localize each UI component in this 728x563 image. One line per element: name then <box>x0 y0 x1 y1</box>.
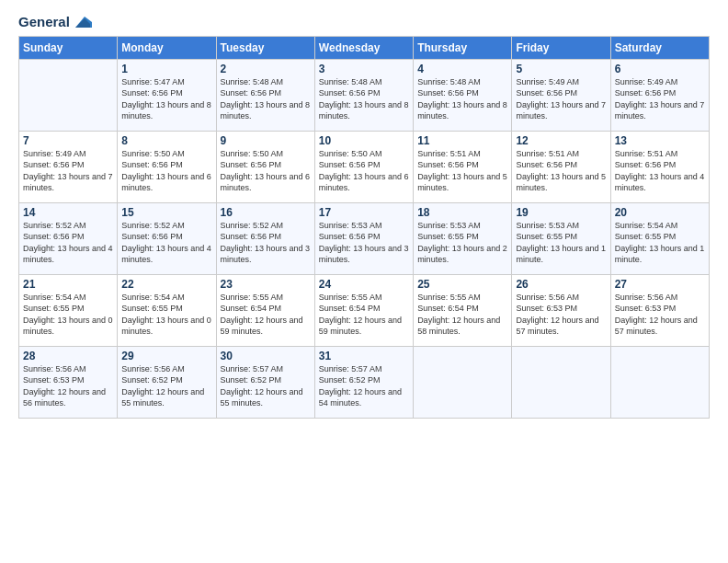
day-info: Sunrise: 5:56 AMSunset: 6:53 PMDaylight:… <box>23 363 113 409</box>
calendar-cell: 10Sunrise: 5:50 AMSunset: 6:56 PMDayligh… <box>314 131 413 202</box>
day-number: 8 <box>121 134 211 147</box>
day-number: 31 <box>319 350 409 362</box>
calendar-week-row: 21Sunrise: 5:54 AMSunset: 6:55 PMDayligh… <box>19 274 710 346</box>
daylight-text: Daylight: 13 hours and 8 minutes. <box>417 100 507 121</box>
day-info: Sunrise: 5:51 AMSunset: 6:56 PMDaylight:… <box>417 148 507 194</box>
day-number: 1 <box>121 63 211 75</box>
day-info: Sunrise: 5:49 AMSunset: 6:56 PMDaylight:… <box>516 76 606 122</box>
sunset-text: Sunset: 6:55 PM <box>417 232 479 241</box>
day-number: 21 <box>23 278 113 291</box>
day-number: 22 <box>121 278 211 291</box>
day-number: 14 <box>23 206 113 219</box>
daylight-text: Daylight: 13 hours and 6 minutes. <box>121 172 211 193</box>
sunrise-text: Sunrise: 5:57 AM <box>319 364 382 373</box>
day-info: Sunrise: 5:56 AMSunset: 6:53 PMDaylight:… <box>516 292 606 338</box>
sunset-text: Sunset: 6:54 PM <box>221 304 282 313</box>
sunrise-text: Sunrise: 5:54 AM <box>121 293 185 302</box>
daylight-text: Daylight: 13 hours and 3 minutes. <box>221 244 311 265</box>
calendar-cell: 16Sunrise: 5:52 AMSunset: 6:56 PMDayligh… <box>216 202 314 274</box>
day-number: 20 <box>615 206 705 219</box>
sunrise-text: Sunrise: 5:48 AM <box>221 77 284 86</box>
calendar-cell: 5Sunrise: 5:49 AMSunset: 6:56 PMDaylight… <box>512 59 610 131</box>
sunrise-text: Sunrise: 5:54 AM <box>23 293 86 302</box>
day-number: 2 <box>221 63 311 75</box>
day-info: Sunrise: 5:48 AMSunset: 6:56 PMDaylight:… <box>221 76 311 122</box>
calendar-cell: 8Sunrise: 5:50 AMSunset: 6:56 PMDaylight… <box>118 131 216 202</box>
daylight-text: Daylight: 12 hours and 56 minutes. <box>23 387 106 408</box>
logo-general: General <box>18 15 70 30</box>
sunrise-text: Sunrise: 5:51 AM <box>615 149 678 158</box>
sunrise-text: Sunrise: 5:52 AM <box>221 221 284 230</box>
calendar-cell: 14Sunrise: 5:52 AMSunset: 6:56 PMDayligh… <box>19 202 118 274</box>
sunrise-text: Sunrise: 5:49 AM <box>23 149 86 158</box>
day-number: 4 <box>417 63 507 75</box>
calendar-cell: 1Sunrise: 5:47 AMSunset: 6:56 PMDaylight… <box>118 59 216 131</box>
daylight-text: Daylight: 12 hours and 55 minutes. <box>221 387 303 408</box>
daylight-text: Daylight: 13 hours and 7 minutes. <box>615 100 705 121</box>
sunrise-text: Sunrise: 5:55 AM <box>319 293 382 302</box>
daylight-text: Daylight: 13 hours and 5 minutes. <box>417 172 507 193</box>
sunset-text: Sunset: 6:55 PM <box>615 232 677 241</box>
calendar-cell: 30Sunrise: 5:57 AMSunset: 6:52 PMDayligh… <box>216 346 314 418</box>
logo-icon <box>72 15 92 29</box>
sunset-text: Sunset: 6:56 PM <box>23 160 85 169</box>
day-number: 17 <box>319 206 409 219</box>
day-number: 30 <box>221 350 311 362</box>
daylight-text: Daylight: 13 hours and 7 minutes. <box>23 172 113 193</box>
calendar-cell: 31Sunrise: 5:57 AMSunset: 6:52 PMDayligh… <box>314 346 413 418</box>
day-info: Sunrise: 5:52 AMSunset: 6:56 PMDaylight:… <box>121 220 211 266</box>
sunset-text: Sunset: 6:55 PM <box>23 304 85 313</box>
calendar-week-row: 14Sunrise: 5:52 AMSunset: 6:56 PMDayligh… <box>19 202 710 274</box>
calendar-week-row: 28Sunrise: 5:56 AMSunset: 6:53 PMDayligh… <box>19 346 710 418</box>
day-info: Sunrise: 5:53 AMSunset: 6:55 PMDaylight:… <box>516 220 606 266</box>
day-info: Sunrise: 5:53 AMSunset: 6:55 PMDaylight:… <box>417 220 507 266</box>
daylight-text: Daylight: 13 hours and 8 minutes. <box>319 100 409 121</box>
sunrise-text: Sunrise: 5:57 AM <box>221 364 284 373</box>
calendar-cell <box>610 346 709 418</box>
day-number: 13 <box>615 134 705 147</box>
sunset-text: Sunset: 6:55 PM <box>121 304 183 313</box>
calendar-header: SundayMondayTuesdayWednesdayThursdayFrid… <box>19 36 710 59</box>
daylight-text: Daylight: 13 hours and 7 minutes. <box>516 100 606 121</box>
daylight-text: Daylight: 13 hours and 5 minutes. <box>516 172 606 193</box>
day-number: 19 <box>516 206 606 219</box>
daylight-text: Daylight: 13 hours and 2 minutes. <box>417 244 507 265</box>
day-info: Sunrise: 5:50 AMSunset: 6:56 PMDaylight:… <box>121 148 211 194</box>
day-info: Sunrise: 5:54 AMSunset: 6:55 PMDaylight:… <box>121 292 211 338</box>
sunset-text: Sunset: 6:56 PM <box>121 88 183 98</box>
day-info: Sunrise: 5:56 AMSunset: 6:53 PMDaylight:… <box>615 292 705 338</box>
daylight-text: Daylight: 13 hours and 1 minute. <box>516 244 606 265</box>
sunset-text: Sunset: 6:52 PM <box>319 375 381 385</box>
day-number: 24 <box>319 278 409 291</box>
calendar-cell: 4Sunrise: 5:48 AMSunset: 6:56 PMDaylight… <box>414 59 512 131</box>
calendar-cell: 11Sunrise: 5:51 AMSunset: 6:56 PMDayligh… <box>414 131 512 202</box>
day-number: 11 <box>417 134 507 147</box>
daylight-text: Daylight: 12 hours and 59 minutes. <box>319 316 402 337</box>
sunrise-text: Sunrise: 5:50 AM <box>221 149 284 158</box>
daylight-text: Daylight: 13 hours and 3 minutes. <box>319 244 409 265</box>
calendar-cell: 17Sunrise: 5:53 AMSunset: 6:56 PMDayligh… <box>314 202 413 274</box>
sunset-text: Sunset: 6:56 PM <box>23 232 85 241</box>
day-number: 26 <box>516 278 606 291</box>
calendar-week-row: 7Sunrise: 5:49 AMSunset: 6:56 PMDaylight… <box>19 131 710 202</box>
day-number: 25 <box>417 278 507 291</box>
day-info: Sunrise: 5:55 AMSunset: 6:54 PMDaylight:… <box>221 292 311 338</box>
day-number: 28 <box>23 350 113 362</box>
daylight-text: Daylight: 13 hours and 4 minutes. <box>121 244 211 265</box>
sunset-text: Sunset: 6:54 PM <box>417 304 479 313</box>
daylight-text: Daylight: 13 hours and 0 minutes. <box>23 316 113 337</box>
sunrise-text: Sunrise: 5:53 AM <box>516 221 579 230</box>
sunrise-text: Sunrise: 5:53 AM <box>319 221 382 230</box>
calendar-cell: 22Sunrise: 5:54 AMSunset: 6:55 PMDayligh… <box>118 274 216 346</box>
sunset-text: Sunset: 6:56 PM <box>516 88 577 98</box>
weekday-header: Tuesday <box>216 36 314 59</box>
sunrise-text: Sunrise: 5:56 AM <box>516 293 579 302</box>
day-number: 5 <box>516 63 606 75</box>
daylight-text: Daylight: 13 hours and 4 minutes. <box>615 172 705 193</box>
calendar-cell: 23Sunrise: 5:55 AMSunset: 6:54 PMDayligh… <box>216 274 314 346</box>
calendar-cell: 15Sunrise: 5:52 AMSunset: 6:56 PMDayligh… <box>118 202 216 274</box>
day-info: Sunrise: 5:50 AMSunset: 6:56 PMDaylight:… <box>221 148 311 194</box>
weekday-header: Monday <box>118 36 216 59</box>
day-number: 23 <box>221 278 311 291</box>
sunrise-text: Sunrise: 5:49 AM <box>516 77 579 86</box>
